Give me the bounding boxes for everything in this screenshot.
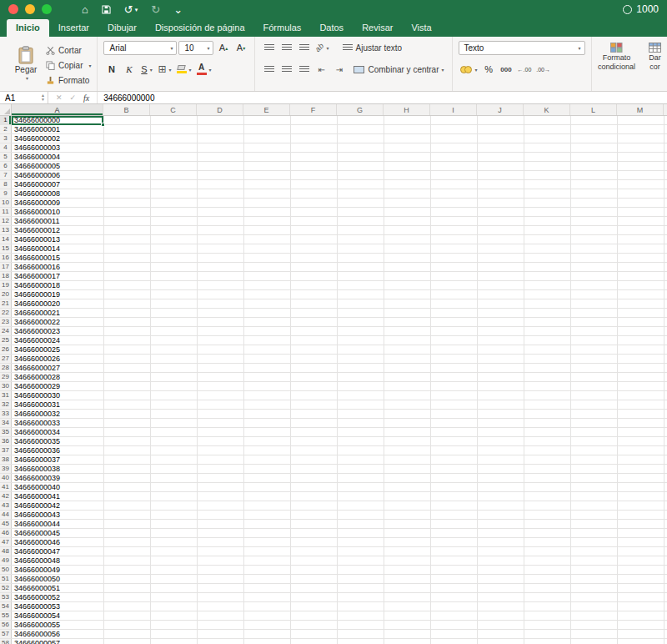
tab-revisar[interactable]: Revisar <box>353 19 402 37</box>
table-row[interactable]: 5734666000056 <box>0 630 667 639</box>
cell-a8[interactable]: 34666000007 <box>12 180 103 189</box>
undo-button[interactable]: ↺▾ <box>124 4 138 15</box>
row-header[interactable]: 27 <box>0 355 12 363</box>
cell-a25[interactable]: 34666000024 <box>12 336 103 345</box>
cell-a13[interactable]: 34666000012 <box>12 226 103 234</box>
cell-a48[interactable]: 34666000047 <box>12 547 103 556</box>
close-window-button[interactable] <box>8 4 18 14</box>
row-header[interactable]: 9 <box>0 189 12 198</box>
row-header[interactable]: 15 <box>0 244 12 253</box>
align-right-button[interactable] <box>296 63 312 77</box>
underline-caret-icon[interactable]: ▾ <box>150 67 153 73</box>
undo-caret-icon[interactable]: ▾ <box>135 7 138 13</box>
table-row[interactable]: 5634666000055 <box>0 621 667 630</box>
grow-font-button[interactable]: A▴ <box>215 41 231 55</box>
row-header[interactable]: 49 <box>0 556 12 565</box>
row-header[interactable]: 46 <box>0 529 12 537</box>
table-row[interactable]: 4134666000040 <box>0 483 667 492</box>
table-row[interactable]: 1734666000016 <box>0 263 667 272</box>
font-color-button[interactable]: A▾ <box>195 63 213 77</box>
column-header-b[interactable]: B <box>103 104 150 115</box>
row-header[interactable]: 50 <box>0 566 12 574</box>
row-header[interactable]: 55 <box>0 611 12 620</box>
font-family-select[interactable]: Arial ▾ <box>103 41 177 55</box>
cell-a58[interactable]: 34666000057 <box>12 639 103 644</box>
number-format-select[interactable]: Texto ▾ <box>459 41 585 55</box>
row-header[interactable]: 6 <box>0 162 12 170</box>
column-header-c[interactable]: C <box>150 104 197 115</box>
increase-indent-button[interactable]: ⇥ <box>331 63 347 77</box>
name-box-stepper[interactable]: ▲▼ <box>41 93 48 103</box>
row-header[interactable]: 25 <box>0 336 12 345</box>
cell-a47[interactable]: 34666000046 <box>12 538 103 546</box>
decrease-indent-button[interactable]: ⇤ <box>313 63 329 77</box>
table-row[interactable]: 434666000003 <box>0 143 667 153</box>
row-header[interactable]: 23 <box>0 318 12 326</box>
redo-button[interactable]: ↻ <box>151 4 160 15</box>
cell-a11[interactable]: 34666000010 <box>12 208 103 216</box>
cell-a15[interactable]: 34666000014 <box>12 244 103 253</box>
row-header[interactable]: 54 <box>0 602 12 611</box>
table-row[interactable]: 1434666000013 <box>0 235 667 244</box>
row-header[interactable]: 52 <box>0 584 12 592</box>
row-header[interactable]: 37 <box>0 446 12 455</box>
row-header[interactable]: 41 <box>0 483 12 491</box>
cell-a12[interactable]: 34666000011 <box>12 217 103 225</box>
row-header[interactable]: 35 <box>0 428 12 436</box>
copy-button[interactable]: Copiar ▾ <box>46 59 91 73</box>
cell-a1[interactable]: 34666000000 <box>12 116 103 124</box>
shrink-font-button[interactable]: A▾ <box>233 41 248 55</box>
row-header[interactable]: 53 <box>0 593 12 601</box>
row-header[interactable]: 42 <box>0 492 12 501</box>
row-header[interactable]: 8 <box>0 180 12 189</box>
row-header[interactable]: 47 <box>0 538 12 546</box>
font-color-caret-icon[interactable]: ▾ <box>209 67 212 73</box>
bold-button[interactable]: N <box>103 63 119 77</box>
cell-a5[interactable]: 34666000004 <box>12 153 103 161</box>
row-header[interactable]: 4 <box>0 143 12 152</box>
cell-a40[interactable]: 34666000039 <box>12 474 103 482</box>
column-header-d[interactable]: D <box>197 104 243 115</box>
customize-toolbar-caret-icon[interactable]: ⌄ <box>173 4 183 15</box>
tab-dibujar[interactable]: Dibujar <box>98 19 146 37</box>
table-row[interactable]: 3334666000032 <box>0 410 667 419</box>
merge-center-caret-icon[interactable]: ▾ <box>442 67 444 73</box>
tab-disposicion-de-pagina[interactable]: Disposición de página <box>146 19 254 37</box>
row-header[interactable]: 32 <box>0 400 12 409</box>
row-header[interactable]: 56 <box>0 621 12 629</box>
row-header[interactable]: 22 <box>0 309 12 317</box>
table-row[interactable]: 2734666000026 <box>0 355 667 364</box>
cell-a51[interactable]: 34666000050 <box>12 575 103 583</box>
table-row[interactable]: 4234666000041 <box>0 492 667 501</box>
table-row[interactable]: 2034666000019 <box>0 290 667 299</box>
italic-button[interactable]: K <box>121 63 137 77</box>
paste-caret-icon[interactable]: ▾ <box>26 75 28 81</box>
column-header-j[interactable]: J <box>477 104 524 115</box>
table-row[interactable]: 834666000007 <box>0 180 667 189</box>
column-header-k[interactable]: K <box>524 104 570 115</box>
table-row[interactable]: 1834666000017 <box>0 272 667 281</box>
column-header-a[interactable]: A <box>12 104 103 115</box>
table-row[interactable]: 1234666000011 <box>0 217 667 226</box>
accounting-format-button[interactable]: ▾ <box>459 63 479 77</box>
cell-a55[interactable]: 34666000054 <box>12 611 103 620</box>
table-row[interactable]: 2434666000023 <box>0 327 667 336</box>
tab-datos[interactable]: Datos <box>310 19 353 37</box>
table-row[interactable]: 3434666000033 <box>0 419 667 428</box>
table-row[interactable]: 1134666000010 <box>0 208 667 217</box>
table-row[interactable]: 334666000002 <box>0 134 667 143</box>
row-header[interactable]: 12 <box>0 217 12 225</box>
table-row[interactable]: 1334666000012 <box>0 226 667 235</box>
format-as-table-button[interactable]: Dar cor <box>636 40 667 91</box>
table-row[interactable]: 234666000001 <box>0 125 667 134</box>
table-row[interactable]: 5334666000052 <box>0 593 667 602</box>
row-header[interactable]: 26 <box>0 345 12 354</box>
row-header[interactable]: 7 <box>0 171 12 179</box>
tab-formulas[interactable]: Fórmulas <box>254 19 311 37</box>
table-row[interactable]: 2634666000025 <box>0 345 667 355</box>
formula-input[interactable]: 34666000000 <box>98 93 154 103</box>
cell-a7[interactable]: 34666000006 <box>12 171 103 179</box>
fullscreen-window-button[interactable] <box>42 4 52 14</box>
cell-a39[interactable]: 34666000038 <box>12 465 103 473</box>
table-row[interactable]: 934666000008 <box>0 189 667 199</box>
